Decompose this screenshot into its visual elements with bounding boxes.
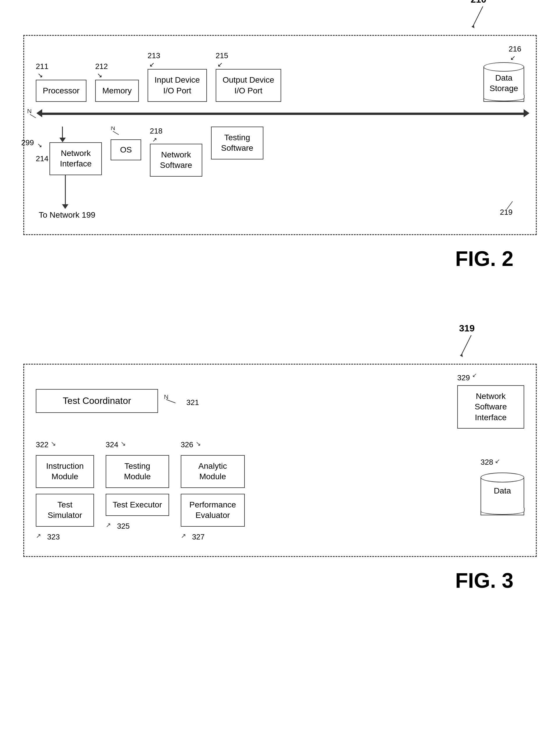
input-device-item: 213 ↙ Input DeviceI/O Port	[148, 51, 207, 102]
network-software-item: 218 ↗ NetworkSoftware	[150, 127, 202, 177]
ref-326-arrow: ↘	[196, 441, 206, 448]
ref-322-arrow: ↘	[51, 441, 61, 448]
ref-325-text: 325	[117, 522, 130, 531]
data-cylinder: Data	[481, 472, 524, 515]
svg-text:↙: ↙	[472, 373, 477, 378]
ref-211: 211	[36, 62, 48, 71]
ref-210-arrow	[467, 5, 490, 31]
svg-text:N: N	[111, 127, 115, 132]
ref-212-arrow: ↘	[97, 72, 102, 79]
page-container: 210 211 ↘ Processor	[0, 0, 560, 735]
svg-text:↗: ↗	[36, 533, 41, 539]
fig3-top-row: Test Coordinator N 321	[36, 373, 524, 428]
to-network-arrowhead	[62, 204, 68, 209]
fig3-title-text: FIG. 3	[455, 569, 513, 592]
ref-213-arrow: ↙	[149, 61, 155, 68]
ref-215-arrow: ↙	[217, 61, 223, 68]
fig3-label: FIG. 3	[23, 568, 537, 592]
fig2-main-box: 211 ↘ Processor 212 ↘ Memory 213	[23, 35, 537, 235]
ref-216-arrow: ↙	[510, 54, 515, 62]
ref-329-text: 329	[457, 373, 470, 382]
output-device-label: Output DeviceI/O Port	[223, 75, 274, 95]
processor-item: 211 ↘ Processor	[36, 62, 86, 102]
data-cylinder-group: 328 ↙ Data	[481, 458, 524, 515]
testing-software-label: TestingSoftware	[221, 133, 254, 153]
ref-319-label: 319	[459, 323, 474, 334]
ref-321-arrow: N	[164, 395, 184, 405]
memory-label: Memory	[102, 86, 132, 95]
bus-line	[42, 113, 524, 115]
ref-219-arrow	[504, 200, 518, 212]
hardware-row: 211 ↘ Processor 212 ↘ Memory 213	[36, 45, 524, 102]
svg-line-10	[166, 399, 176, 403]
ni-ref-row: 214 NetworkInterface	[36, 142, 102, 175]
fig3-section: 319 Test Coordinator N	[23, 364, 537, 592]
ref-325-arrow: ↗	[106, 522, 116, 530]
ref-322-row: 322 ↘	[36, 440, 94, 449]
ref-326-row: 326 ↘	[181, 440, 245, 449]
processor-label: Processor	[43, 86, 79, 95]
svg-text:↘: ↘	[51, 441, 56, 447]
ref-216: 216	[509, 45, 521, 54]
ref-321-text: 321	[186, 398, 199, 407]
network-software-label: NetworkSoftware	[160, 150, 192, 170]
input-device-box: Input DeviceI/O Port	[148, 69, 207, 102]
ref-215: 215	[216, 51, 228, 60]
cylinder-body: DataStorage	[483, 67, 524, 102]
ref-323-row: ↗ 323	[36, 532, 94, 541]
output-device-item: 215 ↙ Output DeviceI/O Port	[216, 51, 281, 102]
data-cylinder-body: Data	[481, 477, 524, 515]
ni-vert-top	[62, 127, 63, 138]
bus-arrow-left	[36, 109, 42, 117]
software-row: 299 ↘ 214 NetworkInterface To Networ	[36, 127, 524, 220]
ref-327-arrow: ↗	[181, 533, 191, 541]
ref-299-arrow: ↘	[37, 142, 42, 149]
svg-line-6	[507, 201, 513, 209]
testing-module-box: TestingModule	[106, 455, 169, 488]
ref-328-text: 328	[481, 458, 493, 467]
testing-software-box: TestingSoftware	[211, 127, 263, 160]
test-coordinator-label: Test Coordinator	[63, 395, 131, 406]
cylinder-bottom-curve	[483, 95, 524, 101]
cylinder-top	[483, 62, 524, 72]
ref-213: 213	[148, 51, 160, 60]
data-cylinder-top	[481, 472, 524, 482]
ref-323-text: 323	[47, 532, 60, 541]
processor-box: Processor	[36, 80, 86, 102]
ref-299: 299	[21, 138, 34, 147]
col2: 324 ↘ TestingModule Test Executor	[106, 440, 169, 531]
bus-arrow-right	[524, 109, 529, 117]
fig3-bottom-row: 322 ↘ InstructionModule TestSimulator	[36, 440, 524, 541]
ref-211-arrow: ↘	[38, 72, 43, 79]
ref-212: 212	[95, 62, 108, 71]
data-storage-cylinder: DataStorage	[483, 62, 524, 102]
ref-328: 328 ↙	[481, 458, 505, 467]
testing-software-item: TestingSoftware	[211, 127, 263, 160]
to-network-arrow	[62, 175, 68, 209]
fig2-title-text: FIG. 2	[455, 247, 513, 270]
ref-217: N	[111, 127, 125, 139]
analytic-module-label: AnalyticModule	[199, 461, 227, 481]
to-network-line	[65, 175, 66, 204]
ref-319-arrow	[455, 334, 479, 360]
output-device-box: Output DeviceI/O Port	[216, 69, 281, 102]
ni-arrow-down	[59, 138, 66, 142]
nsi-label: NetworkSoftwareInterface	[475, 391, 507, 422]
data-cylinder-bottom	[481, 508, 524, 515]
network-interface-box: NetworkInterface	[49, 142, 102, 175]
test-simulator-label: TestSimulator	[48, 500, 82, 520]
os-box: OS	[111, 139, 141, 160]
ref-327-row: ↗ 327	[181, 532, 245, 541]
fig2-label: FIG. 2	[23, 247, 537, 271]
testing-module-label: TestingModule	[124, 461, 151, 481]
svg-line-5	[113, 131, 119, 135]
ref-323-arrow: ↗	[36, 533, 46, 541]
svg-line-3	[30, 114, 36, 118]
ref-210: 210	[467, 0, 490, 32]
ref-325-row: ↗ 325	[106, 522, 169, 531]
network-interface-item: 299 ↘ 214 NetworkInterface To Networ	[36, 127, 102, 220]
svg-text:↘: ↘	[120, 441, 126, 447]
ref-321: N 321	[164, 395, 199, 407]
network-software-box: NetworkSoftware	[150, 144, 202, 177]
os-item: N OS	[111, 127, 141, 160]
